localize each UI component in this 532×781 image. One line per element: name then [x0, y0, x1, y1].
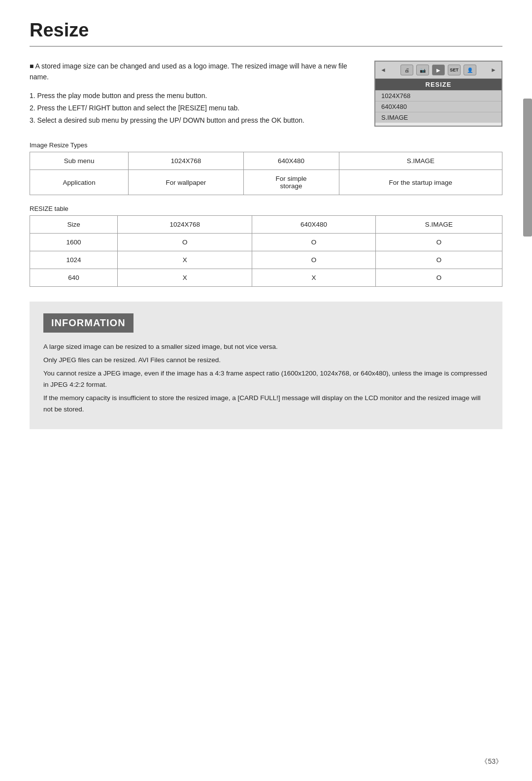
page-title: Resize	[30, 20, 502, 47]
r1024-simage: O	[375, 251, 502, 269]
size-1024: 1024	[30, 251, 118, 269]
menu-title: RESIZE	[375, 79, 501, 90]
cell-application: Application	[30, 170, 129, 195]
info-line-4: If the memory capacity is insufficient t…	[43, 393, 489, 415]
col-header-640: 640X480	[243, 152, 339, 170]
intro-bullet: ■ A stored image size can be changed and…	[30, 61, 360, 83]
image-resize-table: Sub menu 1024X768 640X480 S.IMAGE Applic…	[30, 152, 502, 195]
resize-col-1024: 1024X768	[118, 216, 252, 234]
step-2: 2. Press the LEFT/ RIGHT button and sele…	[30, 102, 360, 114]
camera-menu: RESIZE 1024X768 640X480 S.IMAGE	[375, 79, 501, 123]
camera-ui-mockup: ◄ 🖨 📷 ▶ SET 👤 ► RESIZE 1024X768 640X480 …	[374, 61, 502, 127]
r1600-1024: O	[118, 234, 252, 251]
step-1: 1. Press the play mode button and press …	[30, 90, 360, 102]
r640-1024: X	[118, 269, 252, 287]
resize-col-size: Size	[30, 216, 118, 234]
set-icon: SET	[448, 65, 461, 75]
menu-item-640: 640X480	[375, 101, 501, 112]
print-icon: 🖨	[400, 65, 413, 75]
cell-simple-storage: For simplestorage	[243, 170, 339, 195]
info-line-3: You cannot resize a JPEG image, even if …	[43, 368, 489, 391]
information-box: INFORMATION A large sized image can be r…	[30, 302, 502, 429]
r1600-640: O	[252, 234, 376, 251]
size-1600: 1600	[30, 234, 118, 251]
r1024-1024: X	[118, 251, 252, 269]
resize-icon: ▶	[432, 65, 445, 75]
intro-steps: 1. Press the play mode button and press …	[30, 90, 360, 127]
col-header-submenu: Sub menu	[30, 152, 129, 170]
resize-table: Size 1024X768 640X480 S.IMAGE 1600 O O O…	[30, 215, 502, 287]
table-row: 640 X X O	[30, 269, 502, 287]
left-arrow-icon: ◄	[379, 67, 387, 73]
info-line-1: A large sized image can be resized to a …	[43, 341, 489, 353]
step-3: 3. Select a desired sub menu by pressing…	[30, 114, 360, 127]
information-title: INFORMATION	[43, 313, 133, 333]
table-row: 1600 O O O	[30, 234, 502, 251]
right-arrow-icon: ►	[490, 67, 498, 73]
r640-simage: O	[375, 269, 502, 287]
col-header-simage: S.IMAGE	[339, 152, 502, 170]
size-640: 640	[30, 269, 118, 287]
user-icon: 👤	[464, 65, 476, 75]
table-row: 1024 X O O	[30, 251, 502, 269]
image-resize-table-label: Image Resize Types	[30, 141, 502, 149]
photo-icon: 📷	[416, 65, 429, 75]
page-number: 《53》	[481, 757, 502, 766]
col-header-1024: 1024X768	[129, 152, 243, 170]
information-content: A large sized image can be resized to a …	[43, 341, 489, 415]
menu-item-simage: S.IMAGE	[375, 112, 501, 123]
r1024-640: O	[252, 251, 376, 269]
info-line-2: Only JPEG files can be resized. AVI File…	[43, 355, 489, 366]
table-row: Application For wallpaper For simplestor…	[30, 170, 502, 195]
menu-item-1024: 1024X768	[375, 90, 501, 101]
r1600-simage: O	[375, 234, 502, 251]
camera-toolbar: ◄ 🖨 📷 ▶ SET 👤 ►	[375, 62, 501, 79]
cell-startup: For the startup image	[339, 170, 502, 195]
resize-table-label: RESIZE table	[30, 205, 502, 212]
r640-640: X	[252, 269, 376, 287]
resize-col-640: 640X480	[252, 216, 376, 234]
scrollbar[interactable]	[523, 99, 532, 237]
toolbar-icons: 🖨 📷 ▶ SET 👤	[400, 65, 476, 75]
resize-col-simage: S.IMAGE	[375, 216, 502, 234]
cell-wallpaper: For wallpaper	[129, 170, 243, 195]
